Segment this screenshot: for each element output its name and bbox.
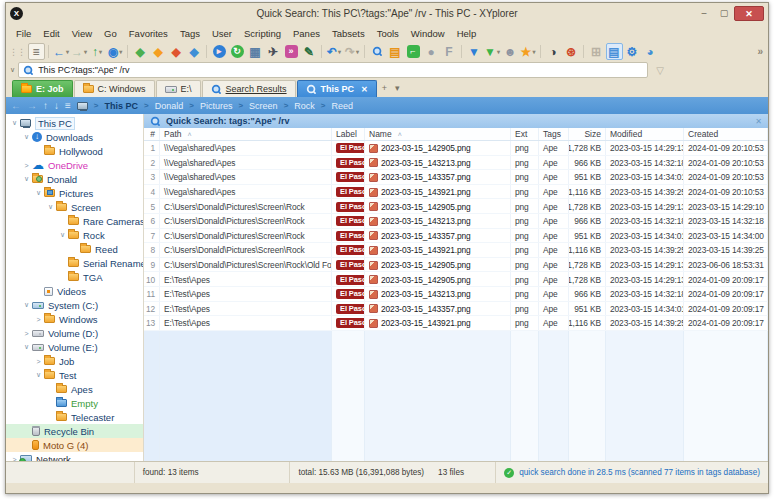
table-row[interactable]: 12E:\Test\ApesEl Paso2023-03-15_143357.p… <box>144 302 768 317</box>
new-tab-button[interactable]: + <box>378 83 391 93</box>
tree-item-recycle-bin[interactable]: Recycle Bin <box>6 424 143 438</box>
table-row[interactable]: 4\\Vega\shared\ApesEl Paso2023-03-15_143… <box>144 185 768 200</box>
menu-button[interactable]: ≡ <box>28 43 45 60</box>
tree-item-windows[interactable]: >Windows <box>6 312 143 326</box>
location-pin-icon[interactable]: ◉▾ <box>107 43 124 60</box>
menu-tags[interactable]: Tags <box>174 26 206 41</box>
visual-filter-icon[interactable]: ▼▾ <box>484 43 501 60</box>
tree-item-rock[interactable]: ∨Rock <box>6 228 143 242</box>
tree-item-serial-rename[interactable]: Serial Rename <box>6 256 143 270</box>
menu-file[interactable]: File <box>10 26 37 41</box>
send-icon[interactable]: ✈ <box>265 43 282 60</box>
colors-icon[interactable]: ◕ <box>642 43 659 60</box>
table-row[interactable]: 13E:\Test\ApesEl Paso2023-03-15_143921.p… <box>144 316 768 331</box>
tree-item-downloads[interactable]: ∨Downloads <box>6 130 143 144</box>
forward-button[interactable]: →▾ <box>71 43 88 60</box>
tree-item-network[interactable]: >Network <box>6 452 143 461</box>
table-row[interactable]: 8C:\Users\Donald\Pictures\Screen\RockEl … <box>144 243 768 258</box>
tree-item-apes[interactable]: Apes <box>6 382 143 396</box>
breadcrumb-this-pc[interactable]: This PC <box>105 101 139 111</box>
tab-close-icon[interactable]: ✕ <box>361 85 368 94</box>
menu-help[interactable]: Help <box>451 26 483 41</box>
menu-panes[interactable]: Panes <box>287 26 326 41</box>
column-header-path[interactable]: Path˄ <box>160 128 332 140</box>
tree-item-telecaster[interactable]: Telecaster <box>6 410 143 424</box>
tree-item-volume-d-[interactable]: >Volume (D:) <box>6 326 143 340</box>
tree-caret-icon[interactable]: ∨ <box>21 175 32 183</box>
tab-list-caret[interactable]: ▾ <box>391 83 404 93</box>
up-icon[interactable]: ↑ <box>43 101 48 111</box>
table-row[interactable]: 5C:\Users\Donald\Pictures\Screen\RockEl … <box>144 199 768 214</box>
dark-mode-icon[interactable]: ◑ <box>545 43 562 60</box>
edit-pen-icon[interactable]: ✎ <box>301 43 318 60</box>
tiles-view-icon[interactable]: ⊞ <box>588 43 605 60</box>
tree-caret-icon[interactable]: ∨ <box>57 231 68 239</box>
ghost-icon[interactable]: ☻ <box>502 43 519 60</box>
toolbar-grip[interactable]: ⋮⋮ <box>9 47 25 57</box>
table-row[interactable]: 10E:\Test\ApesEl Paso2023-03-15_142905.p… <box>144 272 768 287</box>
tag-red-icon[interactable]: ◆ <box>168 43 185 60</box>
column-header-ext[interactable]: Ext <box>511 128 539 140</box>
tree-caret-icon[interactable]: ∨ <box>21 133 32 141</box>
tree-caret-icon[interactable]: ∨ <box>21 343 32 351</box>
tree-caret-icon[interactable]: ∨ <box>33 189 44 197</box>
tree-item-hollywood[interactable]: Hollywood <box>6 144 143 158</box>
search-icon[interactable] <box>369 43 386 60</box>
flag-icon[interactable]: F <box>441 43 458 60</box>
column-header-modified[interactable]: Modified <box>606 128 684 140</box>
maximize-button[interactable]: ▢ <box>714 6 734 21</box>
tab-e-job[interactable]: E: Job <box>12 80 73 97</box>
table-row[interactable]: 2\\Vega\shared\ApesEl Paso2023-03-15_143… <box>144 156 768 171</box>
breadcrumb-rock[interactable]: Rock <box>294 101 315 111</box>
tree-item-videos[interactable]: Videos <box>6 284 143 298</box>
close-button[interactable]: ✕ <box>734 6 764 21</box>
filter-icon[interactable]: ▼ <box>466 43 483 60</box>
tag-blue-icon[interactable]: ◆ <box>186 43 203 60</box>
minimize-button[interactable]: – <box>694 6 714 21</box>
forward-icon[interactable]: → <box>27 101 37 111</box>
refresh-button[interactable]: ↻ <box>229 43 246 60</box>
tab-e-[interactable]: E:\ <box>156 80 201 97</box>
details-view-icon[interactable]: ▤ <box>606 43 623 60</box>
tab-this-pc[interactable]: This PC✕ <box>297 80 377 97</box>
tree-caret-icon[interactable]: ∨ <box>45 203 56 211</box>
menu-view[interactable]: View <box>66 26 98 41</box>
tree-item-screen[interactable]: ∨Screen <box>6 200 143 214</box>
menu-go[interactable]: Go <box>98 26 123 41</box>
tree-item-donald[interactable]: ∨Donald <box>6 172 143 186</box>
table-row[interactable]: 3\\Vega\shared\ApesEl Paso2023-03-15_143… <box>144 170 768 185</box>
tree-caret-icon[interactable]: > <box>33 358 44 365</box>
tag-green-icon[interactable]: ◆ <box>132 43 149 60</box>
tree-item-pictures[interactable]: ∨Pictures <box>6 186 143 200</box>
tab-c-windows[interactable]: C: Windows <box>74 80 155 97</box>
tree-item-moto-g-4-[interactable]: Moto G (4) <box>6 438 143 452</box>
bag-icon[interactable]: ● <box>423 43 440 60</box>
table-row[interactable]: 7C:\Users\Donald\Pictures\Screen\RockEl … <box>144 229 768 244</box>
table-row[interactable]: 6C:\Users\Donald\Pictures\Screen\RockEl … <box>144 214 768 229</box>
tree-caret-icon[interactable]: > <box>21 162 32 169</box>
tree-item-system-c-[interactable]: ∨System (C:) <box>6 298 143 312</box>
title-bar[interactable]: X Quick Search: This PC\?tags:"Ape" /rv … <box>6 3 768 24</box>
breadcrumb-donald[interactable]: Donald <box>155 101 184 111</box>
column-header-tags[interactable]: Tags <box>539 128 569 140</box>
tree-item-this-pc[interactable]: ∨This PC <box>6 116 143 130</box>
tree-item-onedrive[interactable]: >☁OneDrive <box>6 158 143 172</box>
menu-edit[interactable]: Edit <box>37 26 65 41</box>
down-icon[interactable]: ↓ <box>54 101 59 111</box>
breadcrumb-pictures[interactable]: Pictures <box>200 101 233 111</box>
toolbar-overflow-icon[interactable]: » <box>757 46 765 57</box>
redo-button[interactable]: ↷▾ <box>344 43 361 60</box>
menu-tools[interactable]: Tools <box>371 26 405 41</box>
tree-caret-icon[interactable]: ∨ <box>9 119 20 127</box>
tree-caret-icon[interactable]: > <box>33 316 44 323</box>
layers-icon[interactable]: ▦ <box>247 43 264 60</box>
close-search-icon[interactable]: ✕ <box>755 117 762 126</box>
address-input[interactable]: This PC?tags:"Ape" /rv <box>18 62 648 78</box>
tree-path-icon[interactable]: ⌐ <box>405 43 422 60</box>
paste-icon[interactable]: ▤ <box>387 43 404 60</box>
tree-item-test[interactable]: ∨Test <box>6 368 143 382</box>
back-button[interactable]: ←▾ <box>53 43 70 60</box>
table-row[interactable]: 1\\Vega\shared\ApesEl Paso2023-03-15_142… <box>144 141 768 156</box>
address-history-caret[interactable]: ∨ <box>10 66 15 74</box>
tree-item-volume-e-[interactable]: ∨Volume (E:) <box>6 340 143 354</box>
